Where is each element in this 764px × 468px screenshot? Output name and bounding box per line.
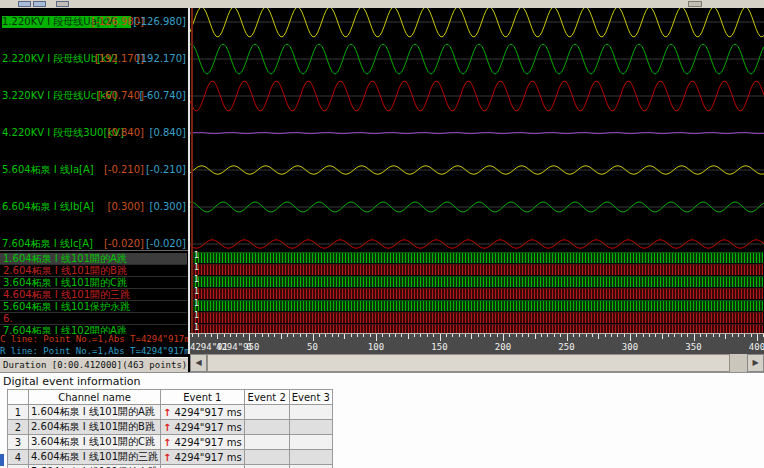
c-cursor-line[interactable] <box>191 8 193 333</box>
scroll-right-button[interactable]: ▶ <box>747 354 764 372</box>
fault-wave-analyzer-window: { "analog_channels": [ {"label":"1.220KV… <box>0 0 764 468</box>
axis-tick <box>541 334 542 337</box>
digital-channel-row[interactable]: 6. <box>0 313 187 325</box>
axis-tick <box>528 334 529 337</box>
event3-time <box>289 465 332 468</box>
axis-tick-label: 150 <box>431 342 447 352</box>
table-column-header: Event 2 <box>244 390 289 405</box>
toolbar-button-2[interactable] <box>33 1 46 7</box>
axis-tick <box>713 334 714 337</box>
event3-time <box>289 435 332 450</box>
axis-tick-label: 400 <box>749 342 764 352</box>
analog-channel-row[interactable]: 4.220KV I 段母线3U0[kV][0.840][0.840] <box>0 127 188 139</box>
axis-tick <box>503 334 504 341</box>
axis-tick <box>598 334 599 339</box>
axis-tick <box>389 334 390 337</box>
analog-channel-row[interactable]: 7.604柘泉 I 线Ic[A][-0.020][-0.020] <box>0 238 188 250</box>
waveform-workspace: 1.220KV I 段母线Ua[kV][-126.980][-126.980]2… <box>0 8 764 372</box>
event-table-row[interactable]: 55.604柘泉 I 线101保护永跳↑4294"917 ms <box>8 465 333 468</box>
c-cursor-value: [-0.210] <box>104 164 144 176</box>
axis-tick <box>363 334 364 337</box>
axis-tick <box>706 334 707 337</box>
digital-state-value: 1 <box>194 299 199 309</box>
axis-tick <box>567 334 568 341</box>
event2-time <box>244 450 289 465</box>
axis-tick <box>236 334 237 337</box>
axis-tick <box>382 334 383 337</box>
axis-tick <box>484 334 485 337</box>
axis-tick <box>262 334 263 337</box>
event-table-row[interactable]: 22.604柘泉 I 线101開的B跳↑4294"917 ms <box>8 420 333 435</box>
event2-time <box>244 405 289 420</box>
axis-tick <box>630 334 631 341</box>
axis-tick <box>732 334 733 337</box>
axis-tick <box>757 334 758 341</box>
event-channel-name: 4.604柘泉 I 线101開的三跳 <box>29 450 161 465</box>
window-edge-mark <box>0 454 4 466</box>
toolbar-button-1[interactable] <box>18 1 31 7</box>
axis-tick <box>332 334 333 337</box>
axis-tick <box>535 334 536 339</box>
axis-tick <box>325 334 326 337</box>
event-table-row[interactable]: 11.604柘泉 I 线101開的A跳↑4294"917 ms <box>8 405 333 420</box>
event1-time: ↑4294"917 ms <box>161 450 245 465</box>
rising-edge-arrow-icon: ↑ <box>163 452 171 463</box>
event1-time: ↑4294"917 ms <box>161 405 245 420</box>
axis-tick <box>579 334 580 337</box>
axis-tick <box>522 334 523 337</box>
digital-state-value: 1 <box>194 251 199 261</box>
c-cursor-value: [-0.020] <box>104 238 144 250</box>
axis-tick <box>344 334 345 339</box>
scroll-left-button[interactable]: ◀ <box>190 354 207 372</box>
axis-tick <box>751 334 752 337</box>
cursor-info-block: C line: Point No.=1,Abs T=4294"917ms, Re… <box>0 333 188 357</box>
axis-tick <box>357 334 358 337</box>
table-column-header: Channel name <box>29 390 161 405</box>
digital-state-value: 1 <box>194 311 199 321</box>
event-channel-name: 3.604柘泉 I 线101開的C跳 <box>29 435 161 450</box>
axis-tick <box>274 334 275 337</box>
r-cursor-value: [0.300] <box>150 201 186 213</box>
axis-tick <box>205 334 206 337</box>
axis-tick <box>605 334 606 337</box>
event-table-row[interactable]: 44.604柘泉 I 线101開的三跳↑4294"917 ms <box>8 450 333 465</box>
event-table-row[interactable]: 33.604柘泉 I 线101開的C跳↑4294"917 ms <box>8 435 333 450</box>
axis-tick <box>465 334 466 337</box>
digital-channel-row[interactable]: 3.604柘泉 I 线101開的C跳 <box>0 277 187 289</box>
axis-tick <box>217 334 218 339</box>
axis-tick <box>268 334 269 337</box>
axis-tick <box>674 334 675 337</box>
digital-channel-row[interactable]: 4.604柘泉 I 线101開的三跳 <box>0 289 187 301</box>
analog-channel-row[interactable]: 6.604柘泉 I 线Ib[A][0.300][0.300] <box>0 201 188 213</box>
axis-tick <box>547 334 548 337</box>
axis-tick <box>211 334 212 337</box>
scrollbar-thumb[interactable] <box>207 354 730 372</box>
toolbar-button-3[interactable] <box>56 1 69 7</box>
horizontal-scrollbar[interactable]: ◀ ▶ <box>190 354 764 372</box>
digital-trace-plot[interactable]: 1111111 <box>190 250 764 333</box>
event1-time: ↑4294"917 ms <box>161 435 245 450</box>
axis-tick <box>440 334 441 341</box>
analog-waveform-plot[interactable] <box>190 8 764 250</box>
event2-time <box>244 420 289 435</box>
analog-channel-row[interactable]: 5.604柘泉 I 线Ia[A][-0.210][-0.210] <box>0 164 188 176</box>
digital-channel-row[interactable]: 5.604柘泉 I 线101保护永跳 <box>0 301 187 313</box>
axis-tick <box>401 334 402 337</box>
axis-tick <box>198 334 199 337</box>
analog-channel-row[interactable]: 3.220KV I 段母线Uc[kV][-60.740][-60.740] <box>0 90 188 102</box>
table-column-header <box>8 390 29 405</box>
digital-trace-bar <box>192 288 763 299</box>
digital-channel-row[interactable]: 1.604柘泉 I 线101開的A跳 <box>0 253 187 265</box>
toolbar-slider-handle[interactable] <box>688 1 702 7</box>
rising-edge-arrow-icon: ↑ <box>163 422 171 433</box>
axis-tick <box>668 334 669 337</box>
axis-tick <box>478 334 479 337</box>
axis-tick-label: 200 <box>495 342 511 352</box>
axis-tick <box>370 334 371 337</box>
c-cursor-value: [0.840] <box>108 127 144 139</box>
analog-channel-row[interactable]: 1.220KV I 段母线Ua[kV][-126.980][-126.980] <box>0 16 188 28</box>
analog-channel-row[interactable]: 2.220KV I 段母线Ub[kV][192.170][192.170] <box>0 53 188 65</box>
c-cursor-value: [-60.740] <box>98 90 144 102</box>
axis-tick <box>573 334 574 337</box>
digital-channel-row[interactable]: 2.604柘泉 I 线101開的B跳 <box>0 265 187 277</box>
